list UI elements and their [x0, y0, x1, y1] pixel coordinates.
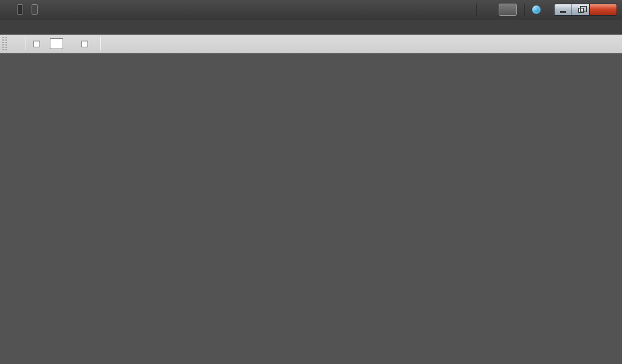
- cs-live-icon: [532, 5, 541, 14]
- separator: [100, 37, 101, 50]
- auto-select-checkbox[interactable]: [33, 41, 40, 47]
- cs-live-button[interactable]: [532, 5, 547, 14]
- workspace-overflow-button[interactable]: [499, 4, 517, 16]
- options-bar: [0, 35, 622, 53]
- menu-bar: [0, 19, 622, 35]
- launch-mini-bridge-button[interactable]: [32, 4, 38, 15]
- title-bar: [0, 0, 622, 19]
- show-transform-checkbox[interactable]: [81, 41, 88, 47]
- tool-preset-picker[interactable]: [12, 43, 18, 44]
- launch-bridge-button[interactable]: [17, 4, 23, 15]
- title-bar-right: [476, 4, 617, 16]
- minimize-button[interactable]: [554, 4, 572, 16]
- separator: [26, 37, 26, 50]
- separator: [524, 4, 525, 16]
- restore-button[interactable]: [572, 4, 590, 16]
- minimize-icon: [560, 11, 566, 13]
- separator: [476, 4, 477, 16]
- close-button[interactable]: [590, 4, 617, 16]
- restore-icon: [578, 8, 584, 13]
- drag-grip[interactable]: [2, 37, 7, 50]
- window-controls: [554, 4, 617, 16]
- auto-select-dropdown[interactable]: [50, 38, 63, 49]
- photoshop-window: [0, 0, 622, 364]
